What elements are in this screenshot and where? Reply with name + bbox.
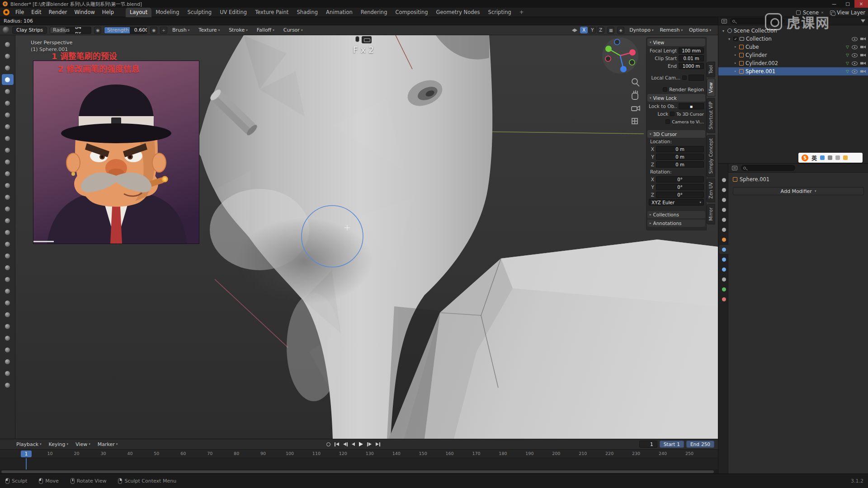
sidebar-tab-mirror[interactable]: Mirror (707, 204, 715, 224)
outliner-row-cylinder-002[interactable]: •Cylinder.002▽ (718, 59, 868, 67)
sculpt-tool-flatten[interactable] (2, 156, 14, 167)
disable-in-renders-camera-icon[interactable] (860, 53, 866, 57)
sculpt-tool-smooth[interactable] (2, 145, 14, 155)
sculpt-tool-pinch[interactable] (2, 203, 14, 214)
euler-mode-dropdown[interactable]: XYZ Euler ▾ (649, 199, 704, 206)
timeline-menu-marker[interactable]: Marker▾ (95, 441, 121, 447)
timeline-ruler[interactable]: 1 10203040506070809010011012013014015016… (0, 450, 718, 458)
cursor-location-x-field[interactable]: 0 m (656, 146, 704, 152)
local-camera-field[interactable] (689, 75, 704, 81)
properties-tab-particles[interactable] (719, 255, 728, 264)
properties-tab-modifiers[interactable] (719, 245, 728, 254)
grid-snap-icon[interactable]: ▦ (607, 27, 614, 34)
viewport-3d[interactable]: User Perspective (1) Sphere.001 1 调整笔刷的预… (15, 35, 718, 439)
camera-view-icon[interactable] (632, 106, 640, 111)
cursor-rotation-x-field[interactable]: 0° (656, 176, 704, 183)
frame-start-field[interactable]: Start 1 (660, 441, 684, 448)
dropdown-brush[interactable]: Brush▾ (170, 27, 192, 33)
outliner-editor-icon[interactable] (722, 19, 727, 23)
move-hand-icon[interactable] (632, 90, 638, 99)
sculpt-tool-annotate[interactable] (2, 380, 14, 390)
clip-start-field[interactable]: 0.01 m (679, 55, 704, 61)
render-region-checkbox[interactable] (663, 87, 667, 92)
outliner-row-sphere-001[interactable]: •Sphere.001▽ (718, 67, 868, 75)
disclosure-caret-icon[interactable]: ▾ (721, 29, 726, 33)
sculpt-tool-boundary[interactable] (2, 309, 14, 320)
jump-to-start-button[interactable] (335, 442, 339, 446)
properties-tab-object[interactable] (719, 235, 728, 244)
sidebar-tab-tool[interactable]: Tool (707, 61, 715, 77)
ime-keyboard-icon[interactable] (828, 155, 832, 160)
add-modifier-button[interactable]: Add Modifier ▾ (733, 187, 864, 195)
workspace-tab-layout[interactable]: Layout (126, 8, 151, 17)
workspace-tab-compositing[interactable]: Compositing (391, 8, 432, 17)
properties-tab-constraints[interactable] (719, 275, 728, 284)
maximize-button[interactable]: □ (841, 0, 854, 8)
timeline-menu-view[interactable]: View▾ (73, 441, 93, 447)
camera-to-view-checkbox[interactable] (665, 119, 670, 124)
cursor-rotation-z-field[interactable]: 0° (656, 192, 704, 198)
disable-in-renders-camera-icon[interactable] (860, 45, 866, 49)
ime-language-toggle[interactable]: 英 (811, 154, 817, 162)
hide-in-viewport-eye-icon[interactable] (852, 53, 858, 57)
disable-in-renders-camera-icon[interactable] (860, 70, 866, 73)
brush-selector-button[interactable]: Clay Strips (12, 27, 47, 34)
sculpt-tool-cloth[interactable] (2, 321, 14, 332)
dropdown-falloff[interactable]: Falloff▾ (255, 27, 277, 33)
disable-in-renders-camera-icon[interactable] (860, 37, 866, 41)
disable-in-renders-camera-icon[interactable] (860, 61, 866, 65)
next-keyframe-button[interactable] (367, 442, 372, 446)
menu-help[interactable]: Help (99, 8, 118, 16)
blender-menu-icon[interactable] (3, 9, 9, 15)
radius-pressure-toggle[interactable]: ◉ (94, 27, 101, 34)
properties-tab-view-layer[interactable] (719, 205, 728, 214)
sidebar-tab-view[interactable]: View (707, 79, 715, 97)
workspace-tab-sculpting[interactable]: Sculpting (183, 8, 216, 17)
brush-preview-icon[interactable] (3, 27, 9, 33)
overlay-toggle-icon[interactable]: ◈ (617, 27, 624, 34)
cursor-rotation-y-field[interactable]: 0° (656, 184, 704, 190)
to-3d-cursor-checkbox[interactable] (670, 112, 675, 116)
filter-icon[interactable] (861, 19, 865, 23)
sculpt-tool-draw-sharp[interactable] (2, 51, 14, 61)
dropdown-options[interactable]: Options▾ (687, 27, 713, 33)
workspace-tab-animation[interactable]: Animation (322, 8, 357, 17)
record-button[interactable] (326, 442, 330, 446)
properties-search-input[interactable] (741, 165, 795, 171)
workspace-tab-geometry-nodes[interactable]: Geometry Nodes (432, 8, 484, 17)
outliner-row-collection[interactable]: ▾✓Collection (718, 35, 868, 43)
view-section-header[interactable]: ▾ View (647, 38, 705, 46)
add-workspace-button[interactable]: + (515, 8, 528, 17)
sidebar-tab-shortcut-vip[interactable]: Shortcut VIP (707, 98, 715, 133)
navigation-gizmo[interactable] (602, 38, 638, 74)
cursor-section-header[interactable]: ▾ 3D Cursor (647, 130, 705, 138)
timeline-menu-playback[interactable]: Playback▾ (14, 441, 44, 447)
zoom-icon[interactable] (632, 79, 639, 86)
radius-field[interactable]: Radius 84 px (50, 27, 91, 34)
sculpt-tool-scrape[interactable] (2, 180, 14, 191)
menu-render[interactable]: Render (45, 8, 71, 16)
gizmo-z-axis[interactable] (620, 66, 627, 72)
workspace-tab-shading[interactable]: Shading (292, 8, 322, 17)
timeline-menu-keying[interactable]: Keying▾ (46, 441, 71, 447)
dropdown-cursor[interactable]: Cursor▾ (281, 27, 305, 33)
current-frame-marker[interactable]: 1 (21, 450, 32, 457)
disclosure-caret-icon[interactable]: ▾ (727, 37, 731, 41)
sculpt-tool-crease[interactable] (2, 133, 14, 144)
properties-tab-object-data[interactable] (719, 285, 728, 294)
view-layer-selector[interactable]: View Layer (830, 9, 865, 16)
sculpt-tool-multiplane-scrape[interactable] (2, 192, 14, 202)
mirror-y-toggle[interactable]: Y (589, 27, 596, 33)
collapsed-panel-annotations[interactable]: ▸Annotations (647, 220, 705, 227)
properties-tab-output[interactable] (719, 195, 728, 204)
sculpt-tool-slide-relax[interactable] (2, 297, 14, 308)
menu-edit[interactable]: Edit (28, 8, 45, 16)
sculpt-tool-simplify[interactable] (2, 333, 14, 343)
collection-checkbox[interactable]: ✓ (733, 37, 738, 41)
view-lock-section-header[interactable]: ▾ View Lock (647, 94, 705, 102)
hide-in-viewport-eye-icon[interactable] (852, 45, 858, 49)
sculpt-tool-clay-strips[interactable] (2, 74, 14, 85)
perspective-toggle-icon[interactable] (632, 118, 637, 124)
gizmo-y-axis[interactable] (605, 46, 612, 52)
sculpt-tool-nudge[interactable] (2, 274, 14, 285)
